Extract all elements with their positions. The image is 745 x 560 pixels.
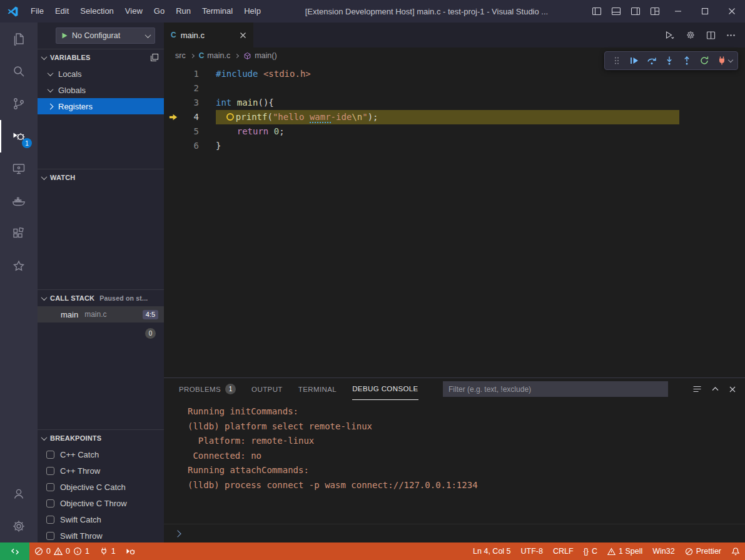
disconnect-button[interactable] [714, 52, 730, 69]
menu-selection[interactable]: Selection [74, 0, 119, 22]
activity-search[interactable] [0, 55, 38, 88]
debug-configuration-dropdown[interactable]: No Configurat [56, 28, 155, 44]
start-debugging-icon[interactable] [61, 32, 68, 39]
gutter-glyph[interactable] [164, 96, 183, 110]
ports-indicator[interactable]: 1 [94, 542, 121, 560]
toolbar-drag-grip[interactable] [609, 52, 625, 69]
debug-console-output[interactable]: Running initCommands:(lldb) platform sel… [164, 400, 745, 524]
spell-checker-indicator[interactable]: 1 Spell [602, 542, 647, 560]
breakpoint-item[interactable]: C++ Catch [38, 446, 164, 462]
gutter-glyph[interactable] [164, 67, 183, 81]
breakpoints-header[interactable]: BREAKPOINTS [38, 430, 164, 446]
toggle-sidebar-icon[interactable] [587, 0, 606, 22]
run-file-button[interactable] [664, 30, 675, 40]
code-line-content[interactable] [199, 81, 216, 96]
debug-current-line-arrow-icon[interactable] [164, 110, 183, 124]
breakpoint-item[interactable]: Swift Throw [38, 528, 164, 542]
toggle-panel-icon[interactable] [606, 0, 626, 22]
notifications-item[interactable] [726, 542, 745, 560]
customize-layout-icon[interactable] [645, 0, 664, 22]
checkbox-unchecked-icon[interactable] [46, 467, 54, 475]
variables-item-registers[interactable]: Registers [38, 98, 164, 114]
breakpoint-item[interactable]: Swift Catch [38, 511, 164, 528]
step-over-button[interactable] [644, 52, 660, 69]
step-into-button[interactable] [661, 52, 677, 69]
checkbox-unchecked-icon[interactable] [46, 532, 54, 540]
collapse-all-icon[interactable] [150, 53, 159, 62]
code-line-3[interactable]: 3int main(){ [164, 96, 745, 110]
language-mode[interactable]: {} C [579, 542, 602, 560]
variables-item-locals[interactable]: Locals [38, 66, 164, 82]
code-editor[interactable]: 1#include <stdio.h>23int main(){4 printf… [164, 64, 745, 378]
menu-file[interactable]: File [25, 0, 49, 22]
settings-gear-icon[interactable] [686, 30, 696, 40]
tab-debug-console[interactable]: DEBUG CONSOLE [352, 378, 418, 400]
menu-run[interactable]: Run [170, 0, 196, 22]
call-stack-header[interactable]: CALL STACK Paused on st... [38, 290, 164, 306]
watch-header[interactable]: WATCH [38, 169, 164, 186]
activity-wamr-ide[interactable] [0, 250, 38, 282]
panel-menu-icon[interactable] [692, 384, 702, 394]
menu-help[interactable]: Help [238, 0, 266, 22]
menu-go[interactable]: Go [148, 0, 170, 22]
minimize-button[interactable] [664, 0, 691, 22]
breadcrumb-file[interactable]: C main.c [199, 51, 231, 60]
debug-console-input[interactable] [164, 524, 745, 542]
split-editor-icon[interactable] [706, 31, 716, 40]
activity-extensions[interactable] [0, 218, 38, 250]
console-filter-input[interactable] [443, 381, 668, 397]
restart-button[interactable] [696, 52, 712, 69]
code-line-5[interactable]: 5 return 0; [164, 124, 745, 139]
code-line-content[interactable]: return 0; [199, 124, 285, 139]
activity-source-control[interactable] [0, 88, 38, 120]
variables-item-globals[interactable]: Globals [38, 82, 164, 98]
breadcrumb-src[interactable]: src [175, 51, 186, 60]
debug-status-item[interactable] [121, 542, 140, 560]
code-line-4[interactable]: 4 printf("hello wamr-ide\n"); [164, 110, 745, 124]
code-line-content[interactable]: } [199, 139, 221, 153]
activity-settings[interactable] [0, 510, 38, 542]
breakpoint-item[interactable]: Objective C Throw [38, 495, 164, 511]
step-out-button[interactable] [679, 52, 695, 69]
checkbox-unchecked-icon[interactable] [46, 516, 54, 524]
variables-header[interactable]: VARIABLES [38, 49, 164, 66]
problems-indicator[interactable]: 0 0 1 [29, 542, 94, 560]
eol-indicator[interactable]: CRLF [548, 542, 579, 560]
platform-indicator[interactable]: Win32 [647, 542, 679, 560]
code-line-content[interactable]: #include <stdio.h> [199, 67, 311, 81]
encoding-indicator[interactable]: UTF-8 [516, 542, 548, 560]
code-line-content[interactable]: printf("hello wamr-ide\n"); [199, 110, 378, 124]
gutter-glyph[interactable] [164, 81, 183, 96]
code-line-6[interactable]: 6} [164, 139, 745, 153]
activity-accounts[interactable] [0, 478, 38, 510]
tab-terminal[interactable]: TERMINAL [298, 378, 337, 400]
menu-edit[interactable]: Edit [49, 0, 74, 22]
tab-main-c[interactable]: C main.c [164, 22, 253, 48]
activity-run-and-debug[interactable]: 1 [0, 120, 38, 152]
checkbox-unchecked-icon[interactable] [46, 499, 54, 508]
menu-view[interactable]: View [119, 0, 148, 22]
toggle-secondary-sidebar-icon[interactable] [626, 0, 645, 22]
close-window-button[interactable] [718, 0, 745, 22]
breakpoint-item[interactable]: Objective C Catch [38, 479, 164, 495]
cursor-position[interactable]: Ln 4, Col 5 [468, 542, 515, 560]
activity-explorer[interactable] [0, 22, 38, 55]
tab-problems[interactable]: PROBLEMS 1 [179, 378, 236, 400]
continue-button[interactable] [626, 52, 642, 69]
code-line-2[interactable]: 2 [164, 81, 745, 96]
breakpoint-item[interactable]: C++ Throw [38, 462, 164, 479]
code-line-content[interactable]: int main(){ [199, 96, 274, 110]
formatter-indicator[interactable]: Prettier [680, 542, 726, 560]
close-panel-icon[interactable] [729, 386, 736, 393]
activity-remote-explorer[interactable] [0, 152, 38, 185]
maximize-panel-icon[interactable] [711, 385, 719, 393]
remote-indicator[interactable] [0, 542, 29, 560]
more-actions-icon[interactable] [726, 31, 736, 40]
activity-docker[interactable] [0, 185, 38, 218]
gutter-glyph[interactable] [164, 124, 183, 139]
menu-terminal[interactable]: Terminal [196, 0, 238, 22]
maximize-button[interactable] [691, 0, 718, 22]
tab-output[interactable]: OUTPUT [251, 378, 283, 400]
gutter-glyph[interactable] [164, 139, 183, 153]
checkbox-unchecked-icon[interactable] [46, 451, 54, 459]
